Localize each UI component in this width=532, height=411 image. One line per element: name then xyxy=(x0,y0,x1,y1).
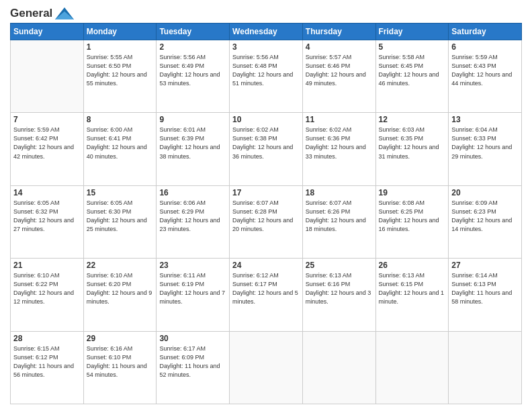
calendar-header-row: SundayMondayTuesdayWednesdayThursdayFrid… xyxy=(11,24,522,40)
day-number: 16 xyxy=(159,188,226,197)
day-cell xyxy=(230,331,303,404)
svg-marker-1 xyxy=(55,11,74,19)
day-cell: 9Sunrise: 6:01 AMSunset: 6:39 PMDaylight… xyxy=(157,113,230,185)
logo-icon xyxy=(55,7,74,19)
day-number: 28 xyxy=(13,334,81,343)
day-number: 24 xyxy=(232,261,300,270)
day-cell: 17Sunrise: 6:07 AMSunset: 6:28 PMDayligh… xyxy=(230,185,303,258)
cell-info: Sunrise: 6:05 AMSunset: 6:30 PMDaylight:… xyxy=(87,199,154,234)
day-header-sunday: Sunday xyxy=(11,24,84,40)
cell-info: Sunrise: 5:57 AMSunset: 6:46 PMDaylight:… xyxy=(306,53,373,88)
day-number: 12 xyxy=(379,115,446,124)
day-cell: 30Sunrise: 6:17 AMSunset: 6:09 PMDayligh… xyxy=(157,331,230,404)
day-header-thursday: Thursday xyxy=(302,24,375,40)
day-cell: 20Sunrise: 6:09 AMSunset: 6:23 PMDayligh… xyxy=(449,185,522,258)
cell-info: Sunrise: 6:00 AMSunset: 6:41 PMDaylight:… xyxy=(87,126,154,161)
day-header-tuesday: Tuesday xyxy=(157,24,230,40)
cell-info: Sunrise: 6:10 AMSunset: 6:20 PMDaylight:… xyxy=(87,271,154,306)
day-cell: 22Sunrise: 6:10 AMSunset: 6:20 PMDayligh… xyxy=(83,259,157,331)
day-header-saturday: Saturday xyxy=(449,24,522,40)
cell-info: Sunrise: 6:06 AMSunset: 6:29 PMDaylight:… xyxy=(159,199,226,234)
day-cell: 12Sunrise: 6:03 AMSunset: 6:35 PMDayligh… xyxy=(375,113,449,185)
day-cell: 5Sunrise: 5:58 AMSunset: 6:45 PMDaylight… xyxy=(375,40,449,113)
day-number: 26 xyxy=(379,261,446,270)
cell-info: Sunrise: 5:56 AMSunset: 6:48 PMDaylight:… xyxy=(232,53,300,88)
day-cell: 11Sunrise: 6:02 AMSunset: 6:36 PMDayligh… xyxy=(302,113,375,185)
day-number: 13 xyxy=(451,115,519,124)
cell-info: Sunrise: 6:03 AMSunset: 6:35 PMDaylight:… xyxy=(379,126,446,161)
day-cell: 16Sunrise: 6:06 AMSunset: 6:29 PMDayligh… xyxy=(157,185,230,258)
day-number: 7 xyxy=(13,115,81,124)
day-number: 1 xyxy=(87,42,154,52)
cell-info: Sunrise: 6:02 AMSunset: 6:38 PMDaylight:… xyxy=(232,126,300,161)
day-number: 30 xyxy=(159,334,226,343)
week-row-1: 1Sunrise: 5:55 AMSunset: 6:50 PMDaylight… xyxy=(11,40,522,113)
day-number: 8 xyxy=(87,115,154,124)
day-cell: 7Sunrise: 5:59 AMSunset: 6:42 PMDaylight… xyxy=(11,113,84,185)
day-cell xyxy=(11,40,84,113)
day-cell: 2Sunrise: 5:56 AMSunset: 6:49 PMDaylight… xyxy=(157,40,230,113)
week-row-3: 14Sunrise: 6:05 AMSunset: 6:32 PMDayligh… xyxy=(11,185,522,258)
header: General xyxy=(10,7,522,19)
day-cell: 6Sunrise: 5:59 AMSunset: 6:43 PMDaylight… xyxy=(449,40,522,113)
day-cell: 3Sunrise: 5:56 AMSunset: 6:48 PMDaylight… xyxy=(230,40,303,113)
day-number: 4 xyxy=(306,42,373,52)
day-header-friday: Friday xyxy=(375,24,449,40)
cell-info: Sunrise: 6:14 AMSunset: 6:13 PMDaylight:… xyxy=(451,271,519,306)
cell-info: Sunrise: 6:04 AMSunset: 6:33 PMDaylight:… xyxy=(451,126,519,161)
day-cell: 27Sunrise: 6:14 AMSunset: 6:13 PMDayligh… xyxy=(449,259,522,331)
day-number: 23 xyxy=(159,261,226,270)
cell-info: Sunrise: 6:13 AMSunset: 6:16 PMDaylight:… xyxy=(306,271,373,306)
day-number: 27 xyxy=(451,261,519,270)
day-cell: 1Sunrise: 5:55 AMSunset: 6:50 PMDaylight… xyxy=(83,40,157,113)
cell-info: Sunrise: 6:17 AMSunset: 6:09 PMDaylight:… xyxy=(159,345,226,379)
cell-info: Sunrise: 5:59 AMSunset: 6:43 PMDaylight:… xyxy=(451,53,519,88)
day-cell: 4Sunrise: 5:57 AMSunset: 6:46 PMDaylight… xyxy=(302,40,375,113)
day-number: 22 xyxy=(87,261,154,270)
day-number: 6 xyxy=(451,42,519,52)
day-cell: 28Sunrise: 6:15 AMSunset: 6:12 PMDayligh… xyxy=(11,331,84,404)
cell-info: Sunrise: 6:15 AMSunset: 6:12 PMDaylight:… xyxy=(13,345,81,379)
day-number: 18 xyxy=(306,188,373,197)
cell-info: Sunrise: 5:59 AMSunset: 6:42 PMDaylight:… xyxy=(13,126,81,161)
calendar-page: General SundayMondayTuesdayWednesdayThur… xyxy=(0,0,532,411)
cell-info: Sunrise: 6:16 AMSunset: 6:10 PMDaylight:… xyxy=(87,345,154,379)
logo: General xyxy=(10,7,74,19)
cell-info: Sunrise: 6:02 AMSunset: 6:36 PMDaylight:… xyxy=(306,126,373,161)
day-cell: 8Sunrise: 6:00 AMSunset: 6:41 PMDaylight… xyxy=(83,113,157,185)
cell-info: Sunrise: 6:11 AMSunset: 6:19 PMDaylight:… xyxy=(159,271,226,306)
day-cell: 13Sunrise: 6:04 AMSunset: 6:33 PMDayligh… xyxy=(449,113,522,185)
day-cell: 29Sunrise: 6:16 AMSunset: 6:10 PMDayligh… xyxy=(83,331,157,404)
day-header-monday: Monday xyxy=(83,24,157,40)
cell-info: Sunrise: 6:10 AMSunset: 6:22 PMDaylight:… xyxy=(13,271,81,306)
day-cell: 23Sunrise: 6:11 AMSunset: 6:19 PMDayligh… xyxy=(157,259,230,331)
day-cell xyxy=(449,331,522,404)
day-number: 25 xyxy=(306,261,373,270)
cell-info: Sunrise: 6:01 AMSunset: 6:39 PMDaylight:… xyxy=(159,126,226,161)
day-cell: 14Sunrise: 6:05 AMSunset: 6:32 PMDayligh… xyxy=(11,185,84,258)
day-number: 11 xyxy=(306,115,373,124)
day-number: 5 xyxy=(379,42,446,52)
logo-general: General xyxy=(10,7,52,20)
day-number: 20 xyxy=(451,188,519,197)
day-number: 14 xyxy=(13,188,81,197)
day-number: 15 xyxy=(87,188,154,197)
day-number: 19 xyxy=(379,188,446,197)
day-cell: 21Sunrise: 6:10 AMSunset: 6:22 PMDayligh… xyxy=(11,259,84,331)
day-cell: 24Sunrise: 6:12 AMSunset: 6:17 PMDayligh… xyxy=(230,259,303,331)
week-row-4: 21Sunrise: 6:10 AMSunset: 6:22 PMDayligh… xyxy=(11,259,522,331)
day-cell: 26Sunrise: 6:13 AMSunset: 6:15 PMDayligh… xyxy=(375,259,449,331)
day-cell xyxy=(375,331,449,404)
day-number: 3 xyxy=(232,42,300,52)
cell-info: Sunrise: 6:13 AMSunset: 6:15 PMDaylight:… xyxy=(379,271,446,306)
day-number: 2 xyxy=(159,42,226,52)
day-cell xyxy=(302,331,375,404)
day-header-wednesday: Wednesday xyxy=(230,24,303,40)
week-row-2: 7Sunrise: 5:59 AMSunset: 6:42 PMDaylight… xyxy=(11,113,522,185)
week-row-5: 28Sunrise: 6:15 AMSunset: 6:12 PMDayligh… xyxy=(11,331,522,404)
day-number: 29 xyxy=(87,334,154,343)
day-number: 10 xyxy=(232,115,300,124)
day-cell: 15Sunrise: 6:05 AMSunset: 6:30 PMDayligh… xyxy=(83,185,157,258)
cell-info: Sunrise: 6:07 AMSunset: 6:26 PMDaylight:… xyxy=(306,199,373,234)
cell-info: Sunrise: 6:09 AMSunset: 6:23 PMDaylight:… xyxy=(451,199,519,234)
